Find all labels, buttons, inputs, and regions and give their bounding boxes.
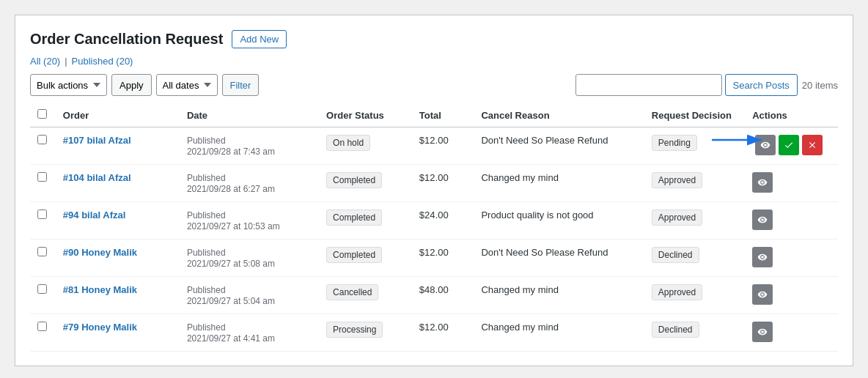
date-time: 2021/09/27 at 10:53 am [187, 221, 280, 231]
total-cell: $12.00 [412, 240, 474, 277]
order-link[interactable]: #107 bilal Afzal [63, 135, 131, 146]
order-link[interactable]: #90 Honey Malik [63, 247, 137, 258]
search-posts-button[interactable]: Search Posts [725, 74, 798, 96]
view-button[interactable] [752, 322, 773, 342]
total-cell: $12.00 [412, 165, 474, 202]
order-status-badge: Completed [326, 210, 382, 226]
date-time: 2021/09/27 at 5:08 am [187, 259, 275, 269]
table-row: #90 Honey Malik Published 2021/09/27 at … [30, 240, 838, 277]
orders-table: Order Date Order Status Total Cancel Rea… [30, 103, 838, 352]
actions-cell [752, 322, 831, 342]
date-published: Published [187, 173, 226, 183]
table-row: #81 Honey Malik Published 2021/09/27 at … [30, 277, 838, 314]
decision-badge: Approved [652, 210, 702, 226]
actions-cell [752, 172, 831, 193]
reason-cell: Product quality is not good [474, 202, 644, 240]
filter-published-link[interactable]: Published (20) [72, 56, 133, 67]
view-button[interactable] [752, 172, 773, 193]
actions-cell [752, 247, 831, 267]
date-published: Published [187, 322, 226, 333]
approve-button[interactable] [779, 135, 799, 155]
date-published: Published [187, 248, 226, 258]
reason-cell: Don't Need So Please Refund [474, 127, 644, 165]
actions-cell [752, 135, 831, 155]
view-button[interactable] [752, 210, 773, 230]
actions-cell [752, 284, 831, 305]
date-published: Published [187, 136, 226, 146]
view-button[interactable] [752, 284, 773, 305]
col-header-reason: Cancel Reason [474, 103, 644, 127]
date-published: Published [187, 285, 226, 295]
filter-button[interactable]: Filter [222, 74, 260, 96]
order-link[interactable]: #81 Honey Malik [63, 284, 137, 295]
table-row: #104 bilal Afzal Published 2021/09/28 at… [30, 165, 838, 202]
row-checkbox[interactable] [37, 284, 47, 294]
col-header-order: Order [56, 103, 180, 127]
total-cell: $12.00 [412, 314, 474, 352]
reason-cell: Changed my mind [474, 165, 644, 202]
order-status-badge: Completed [326, 172, 382, 188]
decision-badge: Pending [652, 135, 697, 151]
order-link[interactable]: #79 Honey Malik [63, 322, 137, 333]
date-filter-select[interactable]: All dates [156, 74, 218, 96]
table-row: #79 Honey Malik Published 2021/09/27 at … [30, 314, 838, 352]
date-time: 2021/09/27 at 4:41 am [187, 333, 275, 344]
date-time: 2021/09/27 at 5:04 am [187, 296, 275, 306]
select-all-checkbox[interactable] [37, 109, 47, 119]
page-title: Order Cancellation Request [30, 31, 223, 48]
bulk-actions-select[interactable]: Bulk actions [30, 74, 107, 96]
row-checkbox[interactable] [37, 322, 47, 331]
order-status-badge: Cancelled [326, 284, 378, 300]
reason-cell: Don't Need So Please Refund [474, 240, 644, 277]
table-row: #94 bilal Afzal Published 2021/09/27 at … [30, 202, 838, 240]
filter-all-link[interactable]: All (20) [30, 56, 60, 67]
date-time: 2021/09/28 at 7:43 am [187, 147, 275, 157]
col-header-status: Order Status [319, 103, 412, 127]
actions-cell [752, 210, 831, 230]
table-row: #107 bilal Afzal Published 2021/09/28 at… [30, 127, 838, 165]
row-checkbox[interactable] [37, 135, 47, 144]
view-button[interactable] [755, 135, 776, 155]
order-link[interactable]: #94 bilal Afzal [63, 210, 126, 220]
apply-button[interactable]: Apply [111, 74, 152, 96]
date-published: Published [187, 210, 226, 220]
decision-badge: Approved [652, 284, 702, 300]
view-button[interactable] [752, 247, 773, 267]
order-link[interactable]: #104 bilal Afzal [63, 172, 131, 183]
decision-badge: Declined [652, 247, 699, 263]
total-cell: $48.00 [412, 277, 474, 314]
order-status-badge: Processing [326, 322, 383, 338]
search-input[interactable] [575, 74, 722, 96]
col-header-total: Total [412, 103, 474, 127]
col-header-decision: Request Decision [644, 103, 745, 127]
total-cell: $24.00 [412, 202, 474, 240]
reason-cell: Changed my mind [474, 314, 644, 352]
order-status-badge: On hold [326, 135, 370, 151]
row-checkbox[interactable] [37, 247, 47, 256]
items-count: 20 items [802, 80, 838, 91]
col-header-actions: Actions [745, 103, 838, 127]
decline-button[interactable] [802, 135, 823, 155]
date-time: 2021/09/28 at 6:27 am [187, 184, 275, 194]
decision-badge: Declined [652, 322, 699, 338]
total-cell: $12.00 [412, 127, 474, 165]
status-filter-nav: All (20) | Published (20) [30, 56, 838, 67]
reason-cell: Changed my mind [474, 277, 644, 314]
row-checkbox[interactable] [37, 210, 47, 219]
order-status-badge: Completed [326, 247, 382, 263]
decision-badge: Approved [652, 172, 702, 188]
add-new-button[interactable]: Add New [232, 30, 287, 48]
row-checkbox[interactable] [37, 172, 47, 182]
col-header-date: Date [180, 103, 319, 127]
